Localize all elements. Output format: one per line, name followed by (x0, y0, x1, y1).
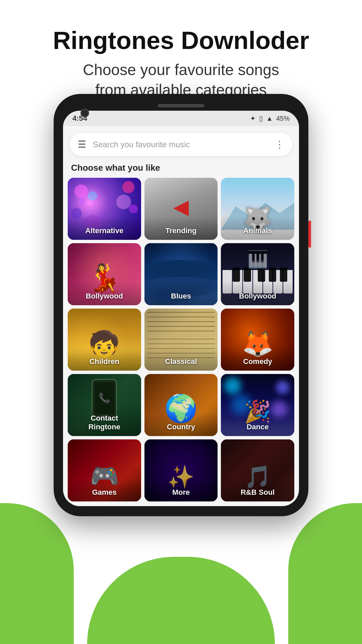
battery-portrait-icon: ▯ (259, 114, 263, 122)
category-item-trending[interactable]: ◀ Trending (144, 178, 218, 240)
trending-arrow-icon: ◀ (173, 195, 189, 218)
category-item-dance[interactable]: 🎉 Dance (221, 374, 294, 436)
category-item-bollywood1[interactable]: 💃 Bollywood (68, 243, 141, 305)
category-item-games[interactable]: 🎮 Games (68, 439, 141, 501)
section-title: Choose what you like (63, 159, 299, 178)
category-label-rnb: R&B Soul (221, 478, 294, 501)
category-label-country: Country (144, 413, 218, 436)
status-icons: ✦ ▯ ▲ 45% (250, 114, 290, 122)
menu-icon[interactable]: ☰ (78, 139, 86, 150)
category-label-comedy: Comedy (221, 347, 294, 371)
search-bar[interactable]: ☰ Search you favourite music ⋮ (70, 133, 292, 156)
search-placeholder: Search you favourite music (93, 140, 275, 149)
category-item-country[interactable]: 🌍 Country (144, 374, 218, 436)
category-label-contact: ContactRingtone (68, 404, 141, 436)
category-label-bollywood1: Bollywood (68, 282, 141, 305)
phone-camera (80, 109, 89, 117)
category-label-classical: Classical (144, 347, 218, 371)
category-label-games: Games (68, 478, 141, 501)
more-options-icon[interactable]: ⋮ (275, 139, 284, 150)
bg-decoration-left (0, 503, 74, 644)
category-label-blues: Blues (144, 282, 218, 305)
wifi-icon: ▲ (266, 115, 273, 122)
category-grid: Alternative ◀ Trending 🐺 (63, 178, 299, 506)
category-item-animals[interactable]: 🐺 Animals (221, 178, 294, 240)
bg-decoration-right (288, 503, 362, 644)
phone-frame-wrapper: 4:54 ✦ ▯ ▲ 45% ☰ Search you favourite mu… (54, 94, 308, 516)
category-label-children: Children (68, 347, 141, 371)
category-item-alternative[interactable]: Alternative (68, 178, 141, 240)
phone-frame: 4:54 ✦ ▯ ▲ 45% ☰ Search you favourite mu… (54, 94, 308, 516)
category-label-trending: Trending (144, 216, 218, 240)
phone-speaker (158, 104, 204, 107)
category-label-bollywood2: Bollywood (221, 282, 294, 305)
category-label-more: More (144, 478, 218, 501)
category-item-more[interactable]: ✨ More (144, 439, 218, 501)
category-label-alternative: Alternative (68, 216, 141, 240)
phone-speaker-bar (63, 104, 299, 107)
category-item-classical[interactable]: Classical (144, 309, 218, 371)
app-title: Ringtones Downloder (0, 27, 362, 54)
phone-screen: 4:54 ✦ ▯ ▲ 45% ☰ Search you favourite mu… (63, 111, 299, 506)
category-label-dance: Dance (221, 413, 294, 436)
category-label-animals: Animals (221, 216, 294, 240)
category-item-blues[interactable]: Blues (144, 243, 218, 305)
category-item-comedy[interactable]: 🦊 Comedy (221, 309, 294, 371)
bg-decoration-center (87, 557, 275, 644)
category-item-bollywood2[interactable]: 🎹 Bollywood (221, 243, 294, 305)
status-bar: 4:54 ✦ ▯ ▲ 45% (63, 111, 299, 126)
battery-percent: 45% (276, 115, 290, 122)
category-item-children[interactable]: 🧒 Children (68, 309, 141, 371)
bluetooth-icon: ✦ (250, 114, 256, 122)
category-item-contact[interactable]: 📞 ContactRingtone (68, 374, 141, 436)
category-item-rnb[interactable]: 🎵 R&B Soul (221, 439, 294, 501)
